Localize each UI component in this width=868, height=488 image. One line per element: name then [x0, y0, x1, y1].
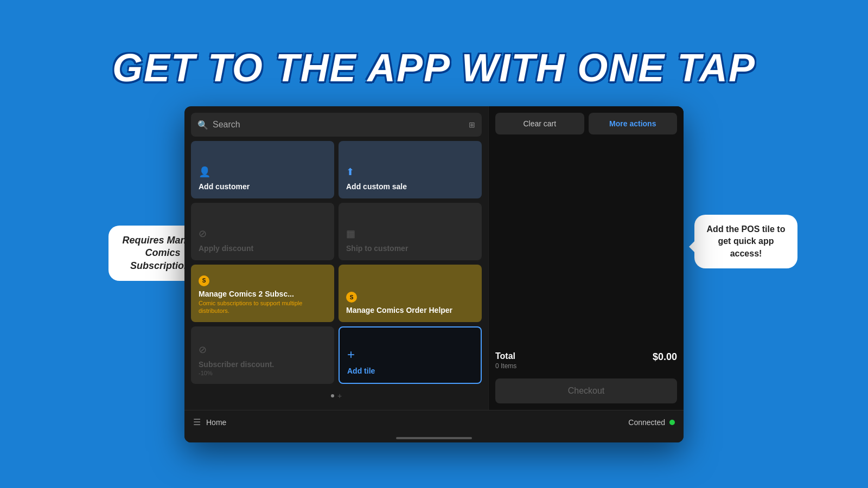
customer-icon: 👤	[199, 166, 327, 178]
more-actions-button[interactable]: More actions	[589, 113, 678, 134]
tiles-grid: 👤 Add customer ⬆ Add custom sale ⊘ Apply…	[191, 141, 482, 384]
search-icon: 🔍	[197, 120, 208, 130]
pagination-dots: +	[191, 388, 482, 403]
tile-subscriptions-sublabel: Comic subscriptions to support multiple …	[199, 299, 327, 315]
upload-icon: ⬆	[346, 166, 474, 178]
dot-plus: +	[337, 391, 342, 400]
shopify-icon-subscriptions: S	[199, 275, 209, 286]
tile-add-tile-label: Add tile	[347, 367, 473, 375]
tile-add-customer[interactable]: 👤 Add customer	[191, 141, 334, 198]
hamburger-icon[interactable]: ☰	[193, 417, 201, 427]
tile-manage-comics-order-helper[interactable]: S Manage Comics Order Helper	[339, 265, 482, 322]
dot-1	[331, 394, 334, 397]
ship-icon: ▦	[346, 228, 474, 240]
action-buttons: Clear cart More actions	[495, 113, 677, 134]
tile-manage-comics-subscriptions[interactable]: S Manage Comics 2 Subsc... Comic subscri…	[191, 265, 334, 322]
pos-main-area: 🔍 Search ⊞ 👤 Add customer ⬆ Add	[184, 106, 684, 410]
tile-apply-discount-label: Apply discount	[199, 244, 327, 253]
tile-apply-discount[interactable]: ⊘ Apply discount	[191, 203, 334, 260]
pos-device-frame: 🔍 Search ⊞ 👤 Add customer ⬆ Add	[184, 106, 684, 442]
clear-cart-button[interactable]: Clear cart	[495, 113, 584, 134]
bottom-nav-bar: ☰ Home Connected	[184, 410, 684, 434]
page-headline: GET TO THE APP WITH ONE TAP	[112, 46, 756, 90]
tile-subscriber-discount[interactable]: ⊘ Subscriber discount. -10%	[191, 326, 334, 384]
add-tile-plus-icon: +	[347, 347, 473, 362]
total-section: Total 0 Items $0.00	[495, 351, 677, 370]
tile-add-tile[interactable]: + Add tile	[339, 326, 482, 384]
bottom-nav-left: ☰ Home	[193, 417, 226, 427]
tile-subscriber-discount-label: Subscriber discount.	[199, 360, 327, 369]
tile-order-helper-label: Manage Comics Order Helper	[346, 306, 474, 314]
search-placeholder: Search	[213, 120, 240, 130]
shopify-icon-order-helper: S	[346, 292, 357, 303]
pos-left-panel: 🔍 Search ⊞ 👤 Add customer ⬆ Add	[184, 106, 488, 410]
total-label: Total	[495, 351, 516, 361]
tile-subscriptions-label: Manage Comics 2 Subsc...	[199, 290, 327, 298]
tile-ship-to-customer-label: Ship to customer	[346, 244, 474, 253]
connected-label: Connected	[628, 418, 665, 427]
home-label: Home	[206, 418, 226, 427]
tile-add-custom-sale-label: Add custom sale	[346, 182, 474, 191]
checkout-button[interactable]: Checkout	[495, 378, 677, 403]
bottom-nav-right: Connected	[628, 418, 675, 427]
speech-bubble-right: Add the POS tile to get quick app access…	[694, 215, 797, 268]
tile-add-customer-label: Add customer	[199, 182, 327, 191]
tile-subscriber-discount-value: -10%	[199, 370, 327, 376]
subscriber-discount-icon: ⊘	[199, 344, 327, 356]
cart-area	[495, 139, 677, 347]
total-items: 0 Items	[495, 362, 516, 370]
search-bar[interactable]: 🔍 Search ⊞	[191, 113, 482, 137]
grid-icon: ⊞	[469, 120, 475, 129]
tile-ship-to-customer[interactable]: ▦ Ship to customer	[339, 203, 482, 260]
connected-indicator	[669, 420, 675, 425]
pos-right-panel: Clear cart More actions Total 0 Items $0…	[488, 106, 684, 410]
total-amount: $0.00	[653, 351, 677, 363]
tile-add-custom-sale[interactable]: ⬆ Add custom sale	[339, 141, 482, 198]
home-indicator	[396, 437, 472, 439]
discount-icon: ⊘	[199, 228, 327, 240]
home-indicator-bar	[184, 434, 684, 442]
